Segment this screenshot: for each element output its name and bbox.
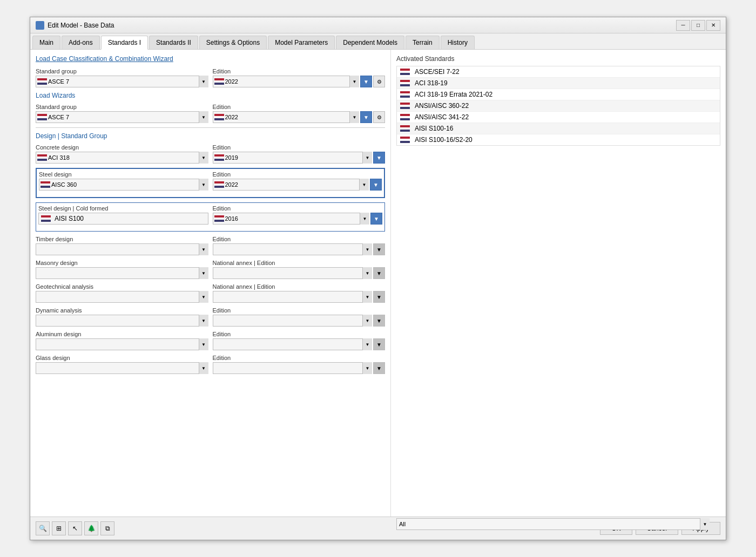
lccc-edition-select[interactable]: 2022 [213, 76, 360, 87]
concrete-row: Concrete design ACI 318 ▼ [36, 144, 385, 164]
lw-standard-select[interactable]: ASCE 7 [36, 111, 208, 123]
close-button[interactable]: ✕ [706, 20, 720, 31]
dynamic-label: Dynamic analysis [36, 307, 208, 314]
tab-dependent-models[interactable]: Dependent Models [336, 36, 404, 49]
dynamic-standard-select[interactable] [36, 315, 208, 327]
lw-filter-button[interactable]: ▼ [360, 111, 372, 123]
cold-flag [41, 215, 51, 222]
timber-filter-button[interactable]: ▼ [373, 243, 385, 255]
aluminum-label: Aluminum design [36, 331, 208, 337]
cold-standard-group: Steel design | Cold formed AISI S100 [38, 205, 208, 225]
concrete-standard-select[interactable]: ACI 318 [36, 152, 208, 164]
lw-standard-wrapper: ASCE 7 ▼ [36, 111, 208, 123]
concrete-edition-wrapper: 2019 ▼ [213, 152, 373, 164]
glass-edition-group: Edition ▼ ▼ [213, 355, 386, 374]
lw-settings-button[interactable]: ⚙ [373, 111, 385, 123]
glass-filter-button[interactable]: ▼ [373, 362, 385, 374]
tab-main[interactable]: Main [32, 36, 60, 49]
masonry-filter-button[interactable]: ▼ [373, 267, 385, 279]
aluminum-standard-select[interactable] [36, 338, 208, 350]
dynamic-edition-wrapper: ▼ [213, 315, 373, 327]
concrete-filter-button[interactable]: ▼ [373, 152, 385, 164]
list-item: AISI S100-16 [397, 123, 720, 134]
timber-standard-group: Timber design ▼ [36, 236, 208, 255]
concrete-standard-wrapper: ACI 318 ▼ [36, 152, 208, 164]
glass-label: Glass design [36, 355, 208, 361]
title-bar-left: Edit Model - Base Data [36, 21, 114, 30]
aluminum-edition-wrapper: ▼ [213, 338, 373, 350]
item-label-1: ASCE/SEI 7-22 [415, 68, 460, 76]
glass-edition-select[interactable] [213, 362, 373, 374]
dynamic-edition-label: Edition [213, 307, 386, 314]
aluminum-standard-wrapper: ▼ [36, 338, 208, 350]
lw-edition-select[interactable]: 2022 [213, 111, 360, 123]
copy-tool-button[interactable]: ⧉ [100, 521, 114, 535]
dynamic-filter-button[interactable]: ▼ [373, 315, 385, 327]
lccc-settings-button[interactable]: ⚙ [373, 76, 385, 87]
tab-terrain[interactable]: Terrain [406, 36, 440, 49]
dynamic-edition-select[interactable] [213, 315, 373, 327]
maximize-button[interactable]: □ [691, 20, 705, 31]
aluminum-edition-select[interactable] [213, 338, 373, 350]
timber-row: Timber design ▼ Edition [36, 236, 385, 255]
glass-edition-wrapper: ▼ [213, 362, 373, 374]
steel-standard-select[interactable]: AISC 360 [39, 179, 208, 191]
tab-addons[interactable]: Add-ons [62, 36, 100, 49]
wizard-link[interactable]: Load Case Classification & Combination W… [36, 55, 173, 63]
design-group-title: Design | Standard Group [36, 132, 385, 140]
timber-standard-wrapper: ▼ [36, 243, 208, 255]
cursor-tool-button[interactable]: ↖ [68, 521, 82, 535]
steel-section: Steel design AISC 360 ▼ E [36, 168, 385, 198]
steel-edition-select[interactable]: 2022 [213, 179, 369, 191]
masonry-edition-select[interactable] [213, 267, 373, 279]
tab-settings-options[interactable]: Settings & Options [199, 36, 267, 49]
tab-standards-ii[interactable]: Standards II [149, 36, 198, 49]
geo-row: Geotechnical analysis ▼ National annex |… [36, 283, 385, 303]
lccc-filter-button[interactable]: ▼ [360, 76, 372, 87]
geo-standard-group: Geotechnical analysis ▼ [36, 283, 208, 303]
geo-edition-group: National annex | Edition ▼ ▼ [213, 283, 386, 303]
tab-model-parameters[interactable]: Model Parameters [268, 36, 335, 49]
item-flag-5 [400, 114, 410, 120]
content-area: Load Case Classification & Combination W… [30, 50, 726, 517]
lccc-edition-wrapper: 2022 ▼ [213, 76, 360, 87]
timber-edition-select[interactable] [213, 243, 373, 255]
concrete-edition-select[interactable]: 2019 [213, 152, 373, 164]
tab-history[interactable]: History [441, 36, 475, 49]
tree-icon: 🌲 [87, 525, 96, 532]
glass-standard-group: Glass design ▼ [36, 355, 208, 374]
masonry-label: Masonry design [36, 260, 208, 266]
bottom-tools: 🔍 ⊞ ↖ 🌲 ⧉ [36, 521, 114, 535]
timber-standard-select[interactable] [36, 243, 208, 255]
masonry-edition-group: National annex | Edition ▼ ▼ [213, 260, 386, 279]
lccc-standard-group: Standard group ASCE 7 ▼ [36, 68, 208, 87]
steel-edition-group: Edition 2022 ▼ ▼ [213, 171, 382, 191]
load-wizards-title: Load Wizards [36, 92, 385, 99]
steel-standard-group: Steel design AISC 360 ▼ [39, 171, 208, 191]
geo-national-label: National annex | Edition [213, 283, 386, 290]
tab-standards-i[interactable]: Standards I [101, 36, 148, 50]
masonry-standard-select[interactable] [36, 267, 208, 279]
minimize-button[interactable]: ─ [676, 20, 690, 31]
geo-standard-select[interactable] [36, 291, 208, 303]
item-flag-3 [400, 91, 410, 98]
list-item: ANSI/AISC 341-22 [397, 112, 720, 123]
glass-standard-select[interactable] [36, 362, 208, 374]
aluminum-filter-button[interactable]: ▼ [373, 338, 385, 350]
dynamic-standard-wrapper: ▼ [36, 315, 208, 327]
search-tool-button[interactable]: 🔍 [36, 521, 50, 535]
item-flag-6 [400, 125, 410, 132]
geo-edition-select[interactable] [213, 291, 373, 303]
cold-edition-select[interactable]: 2016 [213, 213, 370, 225]
cold-edition-label: Edition [213, 205, 383, 212]
geo-filter-button[interactable]: ▼ [373, 291, 385, 303]
item-label-6: AISI S100-16 [415, 125, 453, 132]
steel-filter-button[interactable]: ▼ [370, 179, 382, 191]
grid-tool-button[interactable]: ⊞ [52, 521, 66, 535]
lccc-standard-select[interactable]: ASCE 7 [36, 76, 208, 87]
item-label-2: ACI 318-19 [415, 79, 448, 87]
cold-filter-button[interactable]: ▼ [370, 213, 382, 225]
tree-tool-button[interactable]: 🌲 [84, 521, 98, 535]
item-label-3: ACI 318-19 Errata 2021-02 [415, 91, 492, 98]
glass-standard-wrapper: ▼ [36, 362, 208, 374]
